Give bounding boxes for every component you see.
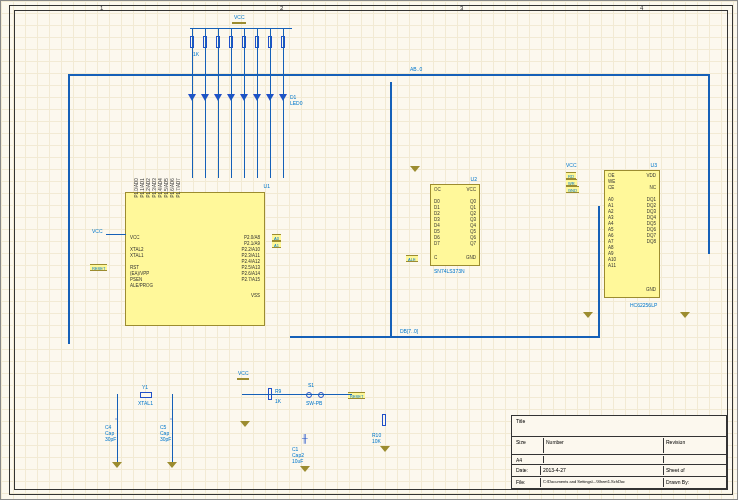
u3-dq1: DQ1: [647, 197, 656, 202]
u3-nc: NC: [650, 185, 657, 190]
u2-vcc: VCC: [466, 187, 476, 192]
vcc-leds-label: VCC: [234, 14, 245, 20]
u1-xtal2: XTAL2: [130, 247, 143, 252]
u2-d6: D6: [434, 235, 440, 240]
zone-top-4: 4: [640, 5, 643, 11]
bus-db-v1: [390, 82, 392, 338]
u1-p11: P1.1/AD1: [140, 178, 145, 197]
file-lbl: File:: [514, 478, 541, 487]
bus-db-h: [290, 336, 600, 338]
u3-dq6: DQ6: [647, 227, 656, 232]
gnd-c1: [300, 466, 310, 472]
net-rd: RD: [566, 172, 576, 179]
net-reset-u1: RESET: [90, 264, 107, 271]
net-ale: ALE: [406, 255, 418, 262]
u2-d2: D2: [434, 211, 440, 216]
bus-db-label: DB[7..0]: [400, 328, 418, 334]
u2-gnd-sym: [410, 166, 420, 172]
u1-p27: P2.7/A15: [241, 277, 260, 282]
u3-dq5: DQ5: [647, 221, 656, 226]
size-lbl: Size: [514, 438, 544, 453]
bus-ab-h: [68, 74, 710, 76]
net-wr: WR: [566, 179, 577, 186]
u3-a3: A3: [608, 215, 614, 220]
u3-a1: A1: [608, 203, 614, 208]
u3-dq3: DQ3: [647, 209, 656, 214]
u1-p22: P2.2/A10: [241, 247, 260, 252]
u3-a2: A2: [608, 209, 614, 214]
u1-p15: P1.5/AD5: [164, 178, 169, 197]
u1-vcc: VCC: [130, 235, 140, 240]
u3-ref: U3: [651, 162, 657, 168]
crystal-y1: [140, 392, 152, 398]
u2-ref: U2: [471, 176, 477, 182]
u3-dq8: DQ8: [647, 239, 656, 244]
number-lbl: Number: [544, 438, 664, 453]
u1-vcc-wire: [106, 234, 126, 235]
zone-top-1: 1: [100, 5, 103, 11]
u1-p26: P2.6/A14: [241, 271, 260, 276]
y1-part: XTAL1: [138, 400, 153, 406]
u2-d7: D7: [434, 241, 440, 246]
u2-d5: D5: [434, 229, 440, 234]
u2-d3: D3: [434, 217, 440, 222]
u3-a6: A6: [608, 233, 614, 238]
date-lbl: Date:: [514, 466, 541, 475]
res-r10: [382, 414, 386, 426]
u3-part: HC62256LP: [630, 302, 657, 308]
u3-gnd: GND: [646, 287, 656, 292]
u3-a0: A0: [608, 197, 614, 202]
u3-a5: A5: [608, 227, 614, 232]
u1-ea: (EA)/VPP: [130, 271, 149, 276]
u2-q6: Q6: [470, 235, 476, 240]
title-block: Title Size Number Revision A4 Date: 2013…: [511, 415, 727, 489]
u1-rst: RST: [130, 265, 139, 270]
u3-a4: A4: [608, 221, 614, 226]
u2-c: C: [434, 255, 437, 260]
net-a0: A0: [272, 234, 281, 241]
drawn-lbl: Drawn By:: [664, 478, 724, 487]
reset-wire-h: [242, 394, 352, 395]
sheet-lbl: Sheet of: [664, 466, 724, 475]
chip-u3: U3 OE WE CE A0 A1 A2 A3 A4 A5 A6 A7 A8 A…: [604, 170, 660, 298]
u1-psen: PSEN: [130, 277, 142, 282]
u1-p17: P1.7/AD7: [176, 178, 181, 197]
u1-p12: P1.2/AD2: [146, 178, 151, 197]
r-arr-val-0: 1K: [193, 51, 199, 57]
chip-u2: U2 OC D0 D1 D2 D3 D4 D5 D6 D7 C VCC Q0 Q…: [430, 184, 480, 266]
u3-a9: A9: [608, 251, 614, 256]
date-val: 2013-4-27: [541, 466, 664, 475]
u3-dq4: DQ4: [647, 215, 656, 220]
u3-vcc-lbl: VCC: [566, 162, 577, 168]
chip-u1: U1 VCC XTAL2 XTAL1 RST (EA)/VPP PSEN ALE…: [125, 192, 265, 326]
y1-ref: Y1: [142, 384, 148, 390]
sheet-frame: 1 2 3 4 AB..0 DB[7..0] VCC D1 LED0 1K: [9, 5, 733, 495]
u1-ale: ALE/PROG: [130, 283, 153, 288]
u3-a10: A10: [608, 257, 616, 262]
file-val: C:\Documents and Settings\...\Sheet1.Sch…: [541, 478, 664, 487]
u1-xtal1: XTAL1: [130, 253, 143, 258]
u2-gnd: GND: [466, 255, 476, 260]
c4-val: 30pF: [105, 436, 116, 442]
r10-val: 10K: [372, 438, 381, 444]
u3-vdd: VDD: [646, 173, 656, 178]
xtal-wire-l: [117, 394, 118, 462]
schematic-sheet: 1 2 3 4 AB..0 DB[7..0] VCC D1 LED0 1K: [0, 0, 738, 500]
u3-a8: A8: [608, 245, 614, 250]
r9-val: 1K: [275, 398, 281, 404]
u1-vss: VSS: [251, 293, 260, 298]
s1-part: SW-PB: [306, 400, 322, 406]
zone-top-3: 3: [460, 5, 463, 11]
u3-we: WE: [608, 179, 615, 184]
u1-p20: P2.0/A8: [244, 235, 260, 240]
gnd-r10: [380, 446, 390, 452]
u2-oc: OC: [434, 187, 441, 192]
bus-ab-label: AB..0: [410, 66, 422, 72]
u1-p16: P1.6/AD6: [170, 178, 175, 197]
bus-ab-v-left: [68, 74, 70, 344]
u3-ce: CE: [608, 185, 614, 190]
u1-p23: P2.3/A11: [241, 253, 260, 258]
u1-p13: P1.3/AD3: [152, 178, 157, 197]
u2-q1: Q1: [470, 205, 476, 210]
c1-val: 10uF: [292, 458, 303, 464]
